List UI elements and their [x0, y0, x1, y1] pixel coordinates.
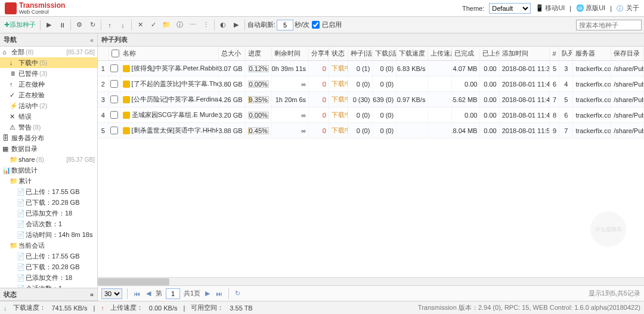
row-checkbox[interactable]: [110, 127, 118, 134]
start-all-button[interactable]: ▶: [230, 19, 242, 31]
home-icon: ⌂: [2, 48, 10, 56]
mobile-icon: 📱: [535, 4, 544, 13]
move-up-button[interactable]: ↑: [104, 19, 116, 31]
row-checkbox[interactable]: [110, 80, 118, 88]
refresh-label: 自动刷新:: [247, 20, 275, 29]
nav-item[interactable]: 📁share(8)[85.37 GB]: [0, 154, 97, 165]
ul-speed: 0.00 KB/s: [149, 304, 178, 312]
move-down-button[interactable]: ↓: [117, 19, 129, 31]
nav-item[interactable]: ▦数据目录: [0, 143, 97, 154]
row-checkbox[interactable]: [110, 111, 118, 119]
grid-header: 种子列表: [98, 33, 644, 47]
page-input[interactable]: [166, 288, 180, 299]
info-button[interactable]: ⓘ: [174, 19, 185, 31]
settings-button[interactable]: ⚙: [73, 19, 85, 31]
row-checkbox[interactable]: [110, 64, 118, 72]
theme-select[interactable]: Default: [489, 3, 531, 14]
table-row[interactable]: 4圣城家园SCG字幕组.E Murder.On.The.Orient.Expr3…: [98, 107, 644, 123]
more2-button[interactable]: ⋮: [200, 19, 212, 31]
start-button[interactable]: ▶: [43, 19, 55, 31]
page-size-select[interactable]: 30: [101, 288, 122, 299]
watermark: 什么值得买: [590, 211, 626, 247]
col-name[interactable]: 名称: [120, 47, 219, 60]
torrent-grid: 名称 总大小 进度 剩余时间 分享率 状态 种子|活跃 下载|活跃 下载速度 上…: [98, 47, 644, 277]
col-ratio[interactable]: 分享率: [309, 47, 329, 60]
refresh-page-button[interactable]: ↻: [234, 290, 242, 297]
col-remain[interactable]: 剩余时间: [272, 47, 309, 60]
nav-item[interactable]: 📄活动时间：14h 8m 18s: [0, 229, 97, 240]
col-status[interactable]: 状态: [329, 47, 348, 60]
col-date[interactable]: 添加时间: [500, 47, 550, 60]
nav-item[interactable]: ⏸已暂停(3): [0, 68, 97, 79]
pause-button[interactable]: ⏸: [56, 19, 68, 31]
nav-item[interactable]: ⌂全部(8)[85.37 GB]: [0, 47, 97, 57]
warning-icon: [123, 127, 130, 134]
nav-item[interactable]: 📄已下载：20.28 GB: [0, 261, 97, 272]
col-peers[interactable]: 下载|活跃: [373, 47, 397, 60]
nav-item[interactable]: 📊数据统计: [0, 165, 97, 176]
reload-button[interactable]: ↻: [86, 19, 98, 31]
nav-item[interactable]: ↑正在做种: [0, 79, 97, 90]
location-button[interactable]: 📁: [160, 19, 172, 31]
nav-item[interactable]: 📁当前会话: [0, 240, 97, 251]
nav-item[interactable]: 🗄服务器分布: [0, 133, 97, 143]
nav-item[interactable]: 📁累计: [0, 176, 97, 186]
stats-icon: 📊: [2, 167, 10, 174]
nav-item[interactable]: 📄会话次数：1: [0, 283, 97, 288]
col-size[interactable]: 总大小: [219, 47, 245, 60]
horizontal-scrollbar[interactable]: [98, 277, 644, 285]
col-done[interactable]: 已完成: [452, 47, 480, 60]
nav-item[interactable]: 📄已添加文件：18: [0, 272, 97, 283]
nav-item[interactable]: ✓正在校验: [0, 90, 97, 100]
col-progress[interactable]: 进度: [246, 47, 272, 60]
mobile-ui-button[interactable]: 📱移动UI: [535, 4, 565, 13]
col-dlspeed[interactable]: 下载速度: [397, 47, 428, 60]
table-row[interactable]: 5[刺杀盖世太保]英语中字.HHhH.2017.1080p.BD-MP3.88 …: [98, 123, 644, 138]
nav-item[interactable]: 📄会话次数：1: [0, 218, 97, 229]
prev-page-button[interactable]: ◀: [145, 290, 152, 297]
table-row[interactable]: 3[公牛历险记]中英字幕.Ferdinand.2017.1080p.BluR4.…: [98, 92, 644, 107]
about-button[interactable]: ⓘ关于: [617, 4, 639, 13]
select-all-checkbox[interactable]: [112, 50, 119, 57]
refresh-interval-input[interactable]: [277, 20, 293, 30]
nav-item[interactable]: 📄已上传：17.55 GB: [0, 186, 97, 197]
doc-icon: 📄: [17, 231, 24, 238]
table-row[interactable]: 2[了不起的盖茨比]中英字幕.The.Great.Gatsby.2013.3.8…: [98, 76, 644, 92]
col-ulspeed[interactable]: 上传速度: [428, 47, 452, 60]
nav-item[interactable]: 📄已添加文件：18: [0, 208, 97, 218]
table-row[interactable]: 1[彼得兔]中英字幕.Peter.Rabbit.2018.720p.BluRay…: [98, 61, 644, 76]
add-torrent-button[interactable]: ✚ 添加种子: [2, 19, 38, 31]
nav-item[interactable]: ✕错误: [0, 111, 97, 122]
warning-icon: [123, 81, 130, 88]
nav-item[interactable]: 📄已下载：20.28 GB: [0, 197, 97, 208]
remove-button[interactable]: ✕: [134, 19, 146, 31]
col-path[interactable]: 保存目录: [611, 47, 644, 60]
row-checkbox[interactable]: [110, 96, 118, 103]
status-panel-header[interactable]: 状态«: [0, 288, 97, 301]
check-icon: ✓: [10, 91, 17, 98]
next-page-button[interactable]: ▶: [204, 290, 211, 297]
err-icon: ✕: [10, 113, 17, 120]
col-uploaded[interactable]: 已上传: [480, 47, 499, 60]
classic-ui-button[interactable]: 🌐原版UI: [576, 4, 605, 13]
warning-icon: [123, 112, 130, 119]
srv-icon: 🗄: [2, 134, 10, 141]
collapse-icon[interactable]: «: [90, 36, 94, 44]
doc-icon: 📄: [17, 253, 24, 260]
col-queue[interactable]: 队列: [559, 47, 573, 60]
nav-item[interactable]: ⚠警告(8): [0, 122, 97, 133]
nav-item[interactable]: 📄已上传：17.55 GB: [0, 251, 97, 261]
col-hash[interactable]: #: [550, 47, 559, 60]
nav-item[interactable]: ↓下载中(5): [0, 57, 97, 68]
verify-button[interactable]: ✓: [147, 19, 159, 31]
nav-item[interactable]: ⚡活动中(2): [0, 100, 97, 111]
refresh-enabled-checkbox[interactable]: [312, 21, 320, 29]
last-page-button[interactable]: ⏭: [215, 290, 224, 297]
col-tracker[interactable]: 服务器: [573, 47, 611, 60]
more1-button[interactable]: ⋯: [187, 19, 199, 31]
first-page-button[interactable]: ⏮: [132, 290, 141, 297]
seed-icon: ↑: [10, 81, 17, 88]
col-seeds[interactable]: 种子|活跃: [348, 47, 373, 60]
alt-speed-button[interactable]: ◐: [217, 19, 229, 31]
search-input[interactable]: [576, 20, 642, 30]
